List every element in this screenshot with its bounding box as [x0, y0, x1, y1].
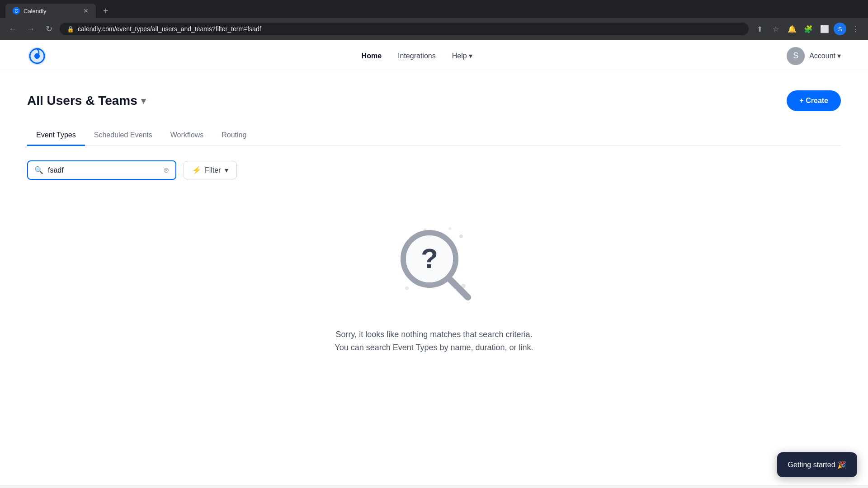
page-content: Home Integrations Help ▾ S Account ▾ All… — [0, 40, 868, 485]
create-button[interactable]: + Create — [787, 90, 841, 111]
account-label: Account — [809, 52, 835, 60]
browser-profile[interactable]: S — [834, 23, 846, 35]
svg-point-6 — [448, 227, 451, 230]
bookmark-icon[interactable]: ☆ — [769, 22, 783, 36]
account-menu[interactable]: Account ▾ — [809, 52, 841, 60]
tab-favicon: C — [13, 7, 20, 14]
title-chevron-icon: ▾ — [141, 95, 146, 106]
browser-title-bar: C Calendly ✕ + — [0, 0, 868, 18]
tab-event-types[interactable]: Event Types — [27, 126, 85, 146]
filter-button[interactable]: ⚡ Filter ▾ — [184, 161, 237, 179]
tabs: Event Types Scheduled Events Workflows R… — [27, 126, 841, 146]
nav-user: S Account ▾ — [787, 47, 841, 65]
filter-label: Filter — [205, 166, 221, 174]
address-bar[interactable]: 🔒 — [60, 23, 749, 35]
share-icon[interactable]: ⬆ — [752, 22, 767, 36]
back-button[interactable]: ← — [5, 22, 20, 36]
getting-started-label: Getting started 🎉 — [788, 460, 846, 469]
toolbar-icons: ⬆ ☆ 🔔 🧩 ⬜ S ⋮ — [752, 22, 863, 36]
browser-chrome: C Calendly ✕ + ← → ↻ 🔒 ⬆ ☆ 🔔 🧩 ⬜ S ⋮ — [0, 0, 868, 40]
search-icon: 🔍 — [34, 166, 43, 174]
nav-integrations[interactable]: Integrations — [398, 52, 436, 60]
logo[interactable] — [27, 46, 47, 66]
clear-search-icon[interactable]: ⊗ — [163, 166, 169, 174]
split-view-icon[interactable]: ⬜ — [817, 22, 832, 36]
filter-chevron-icon: ▾ — [225, 166, 228, 174]
nav-home[interactable]: Home — [362, 52, 382, 60]
extensions-icon[interactable]: 🧩 — [801, 22, 816, 36]
browser-toolbar: ← → ↻ 🔒 ⬆ ☆ 🔔 🧩 ⬜ S ⋮ — [0, 18, 868, 40]
main-content: All Users & Teams ▾ + Create Event Types… — [0, 72, 868, 479]
forward-button[interactable]: → — [24, 22, 38, 36]
account-chevron-icon: ▾ — [837, 52, 841, 60]
calendly-logo — [27, 46, 47, 66]
nav-help[interactable]: Help ▾ — [452, 52, 472, 60]
svg-line-11 — [449, 278, 468, 297]
nav-help-label: Help — [452, 52, 467, 60]
refresh-button[interactable]: ↻ — [42, 22, 56, 36]
empty-state-illustration: ? — [384, 216, 484, 315]
filter-icon: ⚡ — [192, 166, 201, 174]
lock-icon: 🔒 — [67, 26, 74, 33]
svg-text:?: ? — [421, 243, 438, 274]
avatar[interactable]: S — [787, 47, 805, 65]
tab-workflows[interactable]: Workflows — [161, 126, 213, 146]
tab-scheduled-events[interactable]: Scheduled Events — [85, 126, 161, 146]
help-chevron-icon: ▾ — [469, 52, 472, 60]
top-nav: Home Integrations Help ▾ S Account ▾ — [0, 40, 868, 72]
getting-started-widget[interactable]: Getting started 🎉 — [777, 452, 857, 477]
tab-title: Calendly — [24, 8, 80, 14]
nav-links: Home Integrations Help ▾ — [362, 52, 472, 60]
search-box: 🔍 ⊗ — [27, 160, 176, 180]
tab-routing[interactable]: Routing — [212, 126, 255, 146]
browser-tab[interactable]: C Calendly ✕ — [5, 4, 96, 18]
empty-state: ? Sorry, it looks like nothing matches t… — [27, 198, 841, 371]
new-tab-button[interactable]: + — [99, 4, 112, 18]
page-title-text: All Users & Teams — [27, 94, 137, 108]
svg-point-2 — [459, 235, 463, 238]
page-header: All Users & Teams ▾ + Create — [27, 90, 841, 111]
search-input[interactable] — [48, 166, 159, 174]
search-filter-row: 🔍 ⊗ ⚡ Filter ▾ — [27, 160, 841, 180]
page-title[interactable]: All Users & Teams ▾ — [27, 94, 146, 108]
empty-state-text1: Sorry, it looks like nothing matches tha… — [336, 330, 533, 339]
menu-icon[interactable]: ⋮ — [848, 22, 863, 36]
tab-close-icon[interactable]: ✕ — [83, 7, 89, 14]
svg-point-3 — [405, 286, 409, 290]
extension-notification-icon[interactable]: 🔔 — [785, 22, 799, 36]
empty-state-text2: You can search Event Types by name, dura… — [335, 343, 533, 352]
magnifier-svg: ? — [384, 216, 484, 315]
url-input[interactable] — [78, 25, 741, 33]
